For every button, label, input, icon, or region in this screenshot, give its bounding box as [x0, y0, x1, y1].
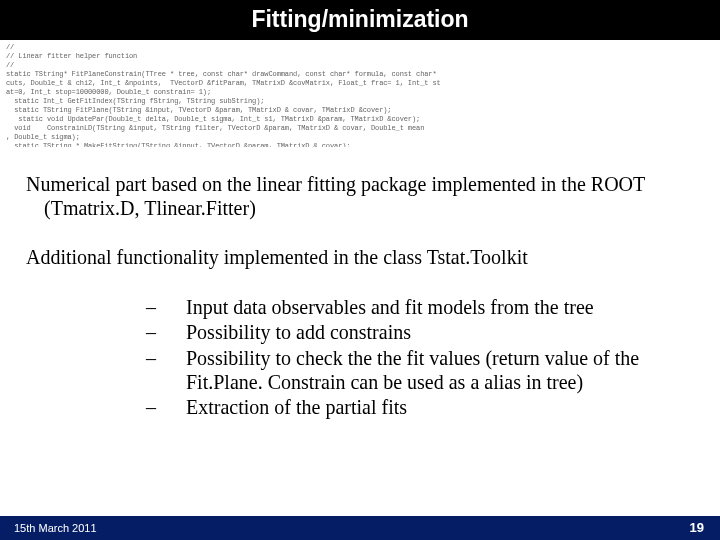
paragraph-2: Additional functionality implemented in …	[26, 246, 694, 270]
bullet-item: – Possibility to check the the fit value…	[146, 347, 694, 394]
footer-date: 15th March 2011	[14, 522, 97, 534]
dash-icon: –	[146, 321, 186, 345]
bullet-text: Possibility to check the the fit values …	[186, 347, 694, 394]
bullet-list: – Input data observables and fit models …	[26, 296, 694, 420]
dash-icon: –	[146, 347, 186, 371]
dash-icon: –	[146, 296, 186, 320]
footer-date-rest: March 2011	[35, 522, 96, 534]
bullet-text: Extraction of the partial fits	[186, 396, 694, 420]
slide-title: Fitting/minimization	[0, 0, 720, 40]
bullet-item: – Input data observables and fit models …	[146, 296, 694, 320]
slide: Fitting/minimization // // Linear fitter…	[0, 0, 720, 540]
footer-date-ord: 15th	[14, 522, 35, 534]
bullet-item: – Possibility to add constrains	[146, 321, 694, 345]
slide-body: Numerical part based on the linear fitti…	[0, 147, 720, 516]
code-snippet: // // Linear fitter helper function // s…	[0, 40, 720, 147]
bullet-text: Possibility to add constrains	[186, 321, 694, 345]
footer: 15th March 2011 19	[0, 516, 720, 540]
page-number: 19	[690, 520, 704, 535]
bullet-item: – Extraction of the partial fits	[146, 396, 694, 420]
bullet-text: Input data observables and fit models fr…	[186, 296, 694, 320]
dash-icon: –	[146, 396, 186, 420]
paragraph-1: Numerical part based on the linear fitti…	[26, 173, 694, 220]
